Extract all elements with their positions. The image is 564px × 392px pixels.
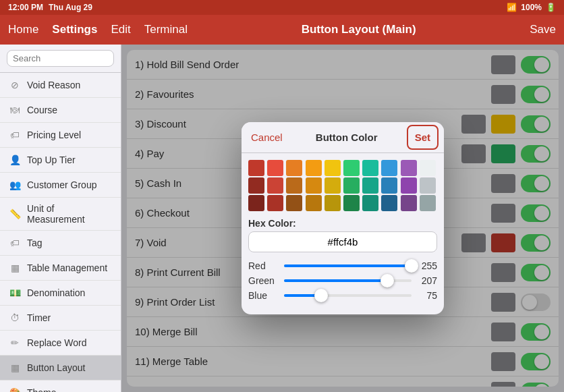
sidebar: ⊘ Void Reason 🍽 Course 🏷 Pricing Level 👤…	[0, 45, 121, 392]
palette-color-swatch[interactable]	[401, 177, 417, 194]
sidebar-label-denomination: Denomination	[27, 287, 85, 298]
sidebar-label-tag: Tag	[27, 237, 43, 248]
slider-section: Red 255 Green 207	[242, 258, 444, 308]
blue-track[interactable]	[284, 294, 412, 297]
green-value: 207	[417, 275, 437, 286]
sidebar-label-button-layout: Button Layout	[27, 362, 85, 373]
table-management-icon: ▦	[8, 261, 22, 275]
sidebar-label-theme: Theme	[27, 387, 57, 392]
modal-set-button[interactable]: Set	[407, 125, 439, 150]
palette-color-swatch[interactable]	[306, 177, 322, 194]
sidebar-item-course[interactable]: 🍽 Course	[0, 98, 121, 123]
modal-overlay: Cancel Button Color Set Hex Color: Red	[121, 45, 564, 392]
main-layout: ⊘ Void Reason 🍽 Course 🏷 Pricing Level 👤…	[0, 45, 564, 392]
palette-color-swatch[interactable]	[248, 195, 264, 211]
nav-terminal[interactable]: Terminal	[144, 23, 188, 36]
timer-icon: ⏱	[8, 311, 22, 325]
sidebar-item-tag[interactable]: 🏷 Tag	[0, 231, 121, 256]
customer-group-icon: 👥	[8, 178, 22, 192]
palette-color-swatch[interactable]	[401, 195, 417, 211]
palette-color-swatch[interactable]	[362, 195, 378, 211]
palette-color-swatch[interactable]	[267, 195, 283, 211]
red-thumb[interactable]	[405, 259, 418, 273]
palette-color-swatch[interactable]	[325, 160, 341, 176]
red-label: Red	[248, 260, 279, 271]
nav-edit[interactable]: Edit	[111, 23, 130, 36]
battery-icon: 🔋	[546, 3, 556, 12]
palette-color-swatch[interactable]	[267, 160, 283, 176]
palette-color-swatch[interactable]	[267, 177, 283, 194]
tag-icon: 🏷	[8, 236, 22, 250]
red-slider-row: Red 255	[248, 260, 437, 271]
green-track[interactable]	[284, 279, 412, 282]
palette-color-swatch[interactable]	[325, 177, 341, 194]
palette-color-swatch[interactable]	[420, 195, 436, 211]
palette-color-swatch[interactable]	[248, 160, 264, 176]
palette-color-swatch[interactable]	[362, 160, 378, 176]
palette-color-swatch[interactable]	[381, 177, 397, 194]
sidebar-label-table-management: Table Management	[27, 262, 107, 273]
sidebar-label-void-reason: Void Reason	[27, 80, 80, 90]
replace-word-icon: ✏	[8, 336, 22, 349]
status-bar: 12:00 PM Thu Aug 29 📶 100% 🔋	[0, 0, 564, 15]
sidebar-item-replace-word[interactable]: ✏ Replace Word	[0, 331, 121, 356]
sidebar-label-course: Course	[27, 105, 57, 115]
palette-color-swatch[interactable]	[343, 195, 360, 211]
palette-color-swatch[interactable]	[343, 177, 360, 194]
blue-slider-row: Blue 75	[248, 290, 437, 301]
green-thumb[interactable]	[380, 274, 394, 287]
theme-icon: 🎨	[8, 386, 22, 392]
palette-color-swatch[interactable]	[381, 160, 397, 176]
red-track[interactable]	[284, 264, 412, 267]
sidebar-label-unit-of-measurement: Unit of Measurement	[27, 203, 113, 225]
status-time: 12:00 PM	[8, 3, 43, 12]
course-icon: 🍽	[8, 103, 22, 117]
palette-color-swatch[interactable]	[343, 160, 360, 176]
sidebar-item-pricing-level[interactable]: 🏷 Pricing Level	[0, 123, 121, 148]
top-up-tier-icon: 👤	[8, 153, 22, 167]
palette-color-swatch[interactable]	[306, 160, 322, 176]
sidebar-label-timer: Timer	[27, 312, 51, 323]
palette-color-swatch[interactable]	[248, 177, 264, 194]
status-date: Thu Aug 29	[49, 3, 92, 12]
modal-title: Button Color	[289, 132, 404, 143]
top-nav: Home Settings Edit Terminal Button Layou…	[0, 15, 564, 45]
palette-color-swatch[interactable]	[286, 177, 302, 194]
palette-color-swatch[interactable]	[306, 195, 322, 211]
modal-cancel-button[interactable]: Cancel	[244, 123, 289, 151]
button-layout-icon: ▦	[8, 361, 22, 374]
palette-color-swatch[interactable]	[420, 160, 436, 176]
palette-color-swatch[interactable]	[362, 177, 378, 194]
save-button[interactable]: Save	[530, 23, 556, 36]
sidebar-item-void-reason[interactable]: ⊘ Void Reason	[0, 73, 121, 98]
battery-level: 100%	[521, 3, 542, 12]
sidebar-item-button-layout[interactable]: ▦ Button Layout	[0, 356, 121, 381]
sidebar-item-customer-group[interactable]: 👥 Customer Group	[0, 173, 121, 198]
nav-home[interactable]: Home	[8, 23, 38, 36]
sidebar-label-customer-group: Customer Group	[27, 179, 96, 190]
sidebar-item-unit-of-measurement[interactable]: 📏 Unit of Measurement	[0, 198, 121, 231]
sidebar-item-denomination[interactable]: 💵 Denomination	[0, 281, 121, 306]
red-fill	[284, 264, 412, 267]
palette-color-swatch[interactable]	[286, 160, 302, 176]
palette-color-swatch[interactable]	[381, 195, 397, 211]
palette-color-swatch[interactable]	[286, 195, 302, 211]
search-input[interactable]	[7, 50, 114, 67]
search-container	[0, 45, 121, 73]
blue-label: Blue	[248, 290, 279, 301]
sidebar-item-top-up-tier[interactable]: 👤 Top Up Tier	[0, 148, 121, 173]
sidebar-label-pricing-level: Pricing Level	[27, 130, 81, 140]
blue-thumb[interactable]	[314, 289, 328, 302]
palette-color-swatch[interactable]	[401, 160, 417, 176]
nav-settings[interactable]: Settings	[52, 23, 97, 36]
sidebar-item-timer[interactable]: ⏱ Timer	[0, 306, 121, 331]
sidebar-item-table-management[interactable]: ▦ Table Management	[0, 256, 121, 281]
modal-header: Cancel Button Color Set	[242, 122, 444, 153]
sidebar-label-top-up-tier: Top Up Tier	[27, 155, 76, 165]
sidebar-item-theme[interactable]: 🎨 Theme	[0, 381, 121, 392]
palette-color-swatch[interactable]	[325, 195, 341, 211]
hex-label: Hex Color:	[248, 218, 437, 229]
wifi-icon: 📶	[507, 3, 517, 12]
hex-input[interactable]	[248, 231, 437, 252]
palette-color-swatch[interactable]	[420, 177, 436, 194]
